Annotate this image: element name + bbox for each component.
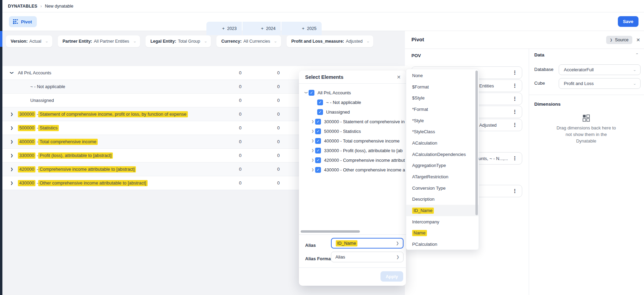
expand-column-icon[interactable]: +: [222, 26, 225, 31]
dropdown-option[interactable]: AggregationType: [406, 160, 479, 171]
tree-item-label: 300000 - Statement of comprehensive in: [324, 119, 405, 124]
dropdown-option[interactable]: ACalculationDependencies: [406, 149, 479, 160]
dropdown-option[interactable]: ATargetRestriction: [406, 171, 479, 182]
kebab-menu-icon[interactable]: ⋮: [512, 93, 517, 105]
alias-select[interactable]: ID_Name ❯: [331, 238, 404, 249]
pov-filter-chip-2[interactable]: Legal Entity:Total Group⌄: [146, 35, 211, 47]
kebab-menu-icon[interactable]: ⋮: [512, 119, 517, 131]
kebab-menu-icon[interactable]: ⋮: [512, 67, 517, 78]
dropdown-option-label: ACalculationDependencies: [412, 152, 466, 157]
database-label: Database: [534, 67, 554, 72]
chevron-right-icon[interactable]: ❯: [10, 162, 13, 176]
left-nav-active-indicator: [0, 31, 2, 47]
dropdown-option[interactable]: PCalculation: [406, 239, 479, 250]
cell-value: 0: [277, 149, 280, 162]
chevron-right-icon[interactable]: ❯: [310, 168, 315, 171]
kebab-menu-icon[interactable]: ⋮: [512, 185, 517, 197]
chevron-right-icon[interactable]: ❯: [310, 120, 315, 123]
tree-item[interactable]: ✓~ - Not applicable: [299, 97, 406, 107]
breadcrumb: DYNATABLES › New dynatable: [2, 0, 644, 12]
tree-item[interactable]: ✓Unassigned: [299, 107, 406, 117]
kebab-menu-icon[interactable]: ⋮: [512, 152, 517, 164]
panel-title: Pivot: [411, 36, 424, 42]
database-select-value: AcceleratorFull: [564, 67, 594, 72]
dropdown-option[interactable]: ACalculation: [406, 137, 479, 149]
chevron-right-icon[interactable]: ❯: [10, 121, 13, 135]
pov-filter-chip-3[interactable]: Currency:All Currencies⌄: [216, 35, 281, 47]
tree-item[interactable]: ❯✓430000 - Other comprehensive income a: [299, 165, 406, 175]
row-description: Statement of comprehensive income, profi…: [38, 111, 187, 117]
checkbox-checked-icon[interactable]: ✓: [315, 148, 321, 154]
kebab-menu-icon[interactable]: ⋮: [512, 80, 517, 92]
pov-filter-bar: Version:Actual⌄Partner Entity:All Partne…: [6, 35, 373, 47]
row-label: Unassigned: [30, 94, 54, 107]
dropdown-option[interactable]: *StyleClass: [406, 126, 479, 137]
dropdown-option[interactable]: *Format: [406, 104, 479, 115]
breadcrumb-chevron-icon: ›: [41, 4, 42, 9]
tree-item[interactable]: ❯✓500000 - Statistics: [299, 126, 406, 136]
source-button[interactable]: ❯ Source: [606, 36, 632, 44]
chevron-right-icon[interactable]: ❯: [310, 158, 315, 162]
checkbox-checked-icon[interactable]: ✓: [315, 167, 321, 173]
chevron-right-icon[interactable]: ❯: [10, 149, 13, 162]
checkbox-checked-icon[interactable]: ✓: [317, 99, 323, 105]
chevron-right-icon[interactable]: ❯: [310, 139, 315, 143]
dropdown-option[interactable]: Intercompany: [406, 216, 479, 228]
column-header-2023[interactable]: + 2023: [206, 22, 242, 35]
vertical-scrollbar[interactable]: [475, 71, 478, 215]
checkbox-checked-icon[interactable]: ✓: [317, 109, 323, 115]
breadcrumb-root[interactable]: DYNATABLES: [8, 4, 37, 9]
horizontal-scrollbar[interactable]: [301, 230, 360, 233]
collapse-chevron-up-icon[interactable]: ⌄: [635, 53, 639, 56]
pov-filter-chip-1[interactable]: Partner Entity:All Partner Entities⌄: [58, 35, 140, 47]
dropdown-option[interactable]: None: [406, 70, 479, 81]
dropdown-option[interactable]: ID_Name: [406, 205, 479, 216]
dropdown-option-label: ATargetRestriction: [412, 174, 448, 179]
chevron-down-icon[interactable]: ❯: [304, 90, 308, 95]
checkbox-checked-icon[interactable]: ✓: [309, 90, 314, 96]
expand-column-icon[interactable]: +: [302, 26, 305, 31]
column-header-2025[interactable]: + 2025: [281, 22, 322, 35]
pov-filter-chip-4[interactable]: Profit and Loss_measure:Adjusted⌄: [287, 35, 374, 47]
dropdown-option[interactable]: Description: [406, 194, 479, 205]
expand-column-icon[interactable]: +: [261, 26, 264, 31]
chevron-right-icon[interactable]: ❯: [10, 176, 13, 190]
checkbox-checked-icon[interactable]: ✓: [315, 138, 321, 144]
row-description: Statistics: [38, 125, 59, 131]
checkbox-checked-icon[interactable]: ✓: [315, 157, 321, 163]
element-tree: ❯✓All PnL Accounts✓~ - Not applicable✓Un…: [299, 84, 406, 175]
chevron-right-icon[interactable]: ❯: [310, 149, 315, 152]
dropdown-option[interactable]: Conversion Type: [406, 182, 479, 194]
dropdown-option[interactable]: Name: [406, 228, 479, 239]
tree-item[interactable]: ❯✓300000 - Statement of comprehensive in: [299, 117, 406, 126]
dimensions-drop-hint: Drag dimensions back here tonot show the…: [541, 125, 631, 144]
dropdown-option-label: $Format: [412, 84, 429, 89]
chevron-down-icon: ⌄: [274, 40, 278, 43]
cube-select[interactable]: Profit and Loss ⌄: [559, 78, 641, 89]
kebab-menu-icon[interactable]: ⋮: [512, 106, 517, 118]
chevron-right-icon[interactable]: ❯: [310, 129, 315, 133]
save-button[interactable]: Save: [618, 16, 638, 27]
apply-button[interactable]: Apply: [380, 271, 403, 282]
tree-item[interactable]: ❯✓400000 - Total comprehensive income: [299, 136, 406, 146]
database-select[interactable]: AcceleratorFull ⌄: [559, 64, 641, 75]
dropdown-option[interactable]: $Format: [406, 81, 479, 93]
checkbox-checked-icon[interactable]: ✓: [315, 128, 321, 134]
dropdown-option[interactable]: *Style: [406, 115, 479, 126]
column-header-2024[interactable]: + 2024: [243, 22, 281, 35]
tree-item[interactable]: ❯✓330000 - Profit (loss), attributable t…: [299, 146, 406, 155]
pivot-button[interactable]: Pivot: [9, 16, 37, 27]
checkbox-checked-icon[interactable]: ✓: [315, 119, 321, 125]
cell-value: 0: [239, 66, 242, 80]
tree-item[interactable]: ❯✓All PnL Accounts: [299, 88, 406, 97]
close-icon[interactable]: ✕: [397, 74, 401, 80]
dropdown-option[interactable]: $Style: [406, 92, 479, 104]
pov-filter-chip-0[interactable]: Version:Actual⌄: [6, 35, 52, 47]
chevron-right-icon[interactable]: ❯: [10, 135, 13, 148]
tree-item[interactable]: ❯✓420000 - Comprehensive income attribut: [299, 155, 406, 165]
dropdown-option-label: *Format: [412, 107, 428, 112]
chevron-right-icon[interactable]: ❯: [10, 107, 13, 121]
panel-close-icon[interactable]: ✕: [636, 37, 640, 43]
alias-format-select[interactable]: Alias ❯: [331, 252, 404, 262]
chevron-down-icon[interactable]: ❯: [5, 71, 19, 74]
